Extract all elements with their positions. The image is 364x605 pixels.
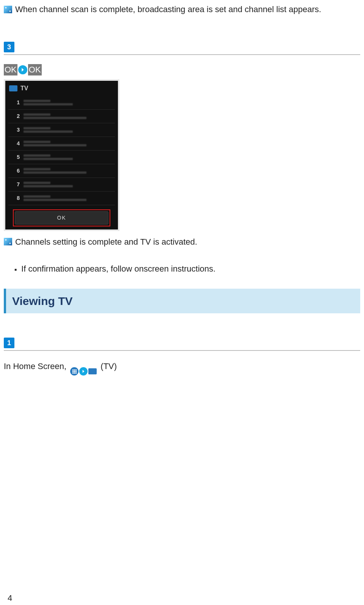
channel-label-blur	[24, 141, 113, 146]
note-list: If confirmation appears, follow onscreen…	[14, 262, 360, 275]
scan-complete-text: When channel scan is complete, broadcast…	[15, 3, 321, 16]
phone-ok-button[interactable]: OK	[15, 211, 108, 225]
section-heading-text: Viewing TV	[12, 292, 354, 310]
tv-icon	[9, 85, 17, 91]
phone-screenshot: TV 12345678 OK	[4, 79, 119, 231]
result-icon	[4, 238, 12, 245]
channel-label-blur	[24, 113, 113, 119]
ok-label-1: OK	[4, 64, 17, 75]
channel-row[interactable]: 6	[8, 164, 115, 178]
channel-number: 4	[10, 140, 20, 148]
channel-number: 1	[10, 99, 20, 107]
channel-label-blur	[24, 127, 113, 133]
step-3-badge: 3	[4, 42, 14, 52]
channel-row[interactable]: 3	[8, 123, 115, 137]
channels-complete-line: Channels setting is complete and TV is a…	[4, 236, 360, 248]
channel-row[interactable]: 2	[8, 110, 115, 123]
apps-icon	[70, 367, 78, 376]
scan-complete-line: When channel scan is complete, broadcast…	[4, 3, 360, 16]
channel-number: 3	[10, 126, 20, 134]
channel-number: 7	[10, 181, 20, 189]
step-1-badge: 1	[4, 338, 14, 348]
channel-list: 12345678	[5, 96, 118, 205]
channel-label-blur	[24, 195, 113, 201]
channel-label-blur	[24, 100, 113, 105]
channel-label-blur	[24, 182, 113, 187]
channel-row[interactable]: 1	[8, 96, 115, 110]
home-flow-icons	[70, 367, 97, 376]
channel-row[interactable]: 4	[8, 137, 115, 151]
phone-title: TV	[20, 84, 28, 93]
step-1-prefix: In Home Screen,	[4, 361, 69, 371]
result-icon	[4, 6, 12, 13]
arrow-right-icon	[18, 65, 27, 74]
channel-row[interactable]: 7	[8, 178, 115, 192]
page-number: 4	[8, 592, 12, 604]
step-1-suffix: (TV)	[100, 361, 117, 371]
arrow-right-icon	[79, 367, 88, 376]
channels-complete-text: Channels setting is complete and TV is a…	[15, 236, 197, 248]
ok-sequence: OK OK	[4, 64, 360, 75]
section-heading: Viewing TV	[4, 289, 360, 313]
tv-app-icon	[88, 368, 97, 374]
channel-number: 5	[10, 153, 20, 161]
step-1-marker: 1	[4, 336, 360, 349]
ok-label-2: OK	[28, 64, 42, 75]
channel-number: 6	[10, 167, 20, 175]
channel-row[interactable]: 5	[8, 151, 115, 164]
channel-number: 8	[10, 194, 20, 202]
channel-label-blur	[24, 154, 113, 160]
step-3-marker: 3	[4, 40, 360, 53]
phone-ok-highlight: OK	[13, 209, 110, 226]
phone-header: TV	[5, 81, 118, 96]
channel-number: 2	[10, 112, 20, 120]
step-3-rule	[4, 54, 360, 55]
step-1-instruction: In Home Screen, (TV)	[4, 360, 360, 376]
note-item: If confirmation appears, follow onscreen…	[14, 262, 360, 275]
channel-row[interactable]: 8	[8, 192, 115, 205]
channel-label-blur	[24, 168, 113, 174]
step-1-rule	[4, 350, 360, 351]
